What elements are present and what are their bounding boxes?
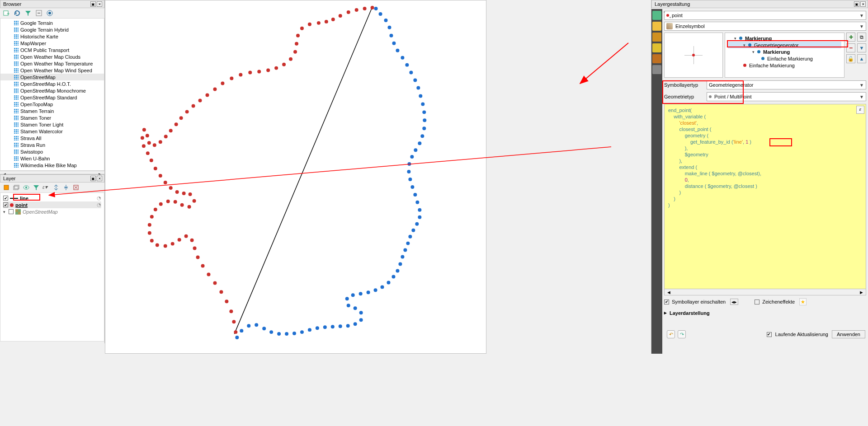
browser-item[interactable]: Wien U-Bahn bbox=[0, 155, 104, 162]
move-up-button[interactable]: ▲ bbox=[857, 54, 866, 63]
duplicate-button[interactable]: ⧉ bbox=[857, 33, 866, 42]
browser-item[interactable]: Open Weather Map Wind Speed bbox=[0, 67, 104, 74]
svg-point-51 bbox=[150, 159, 153, 162]
svg-point-90 bbox=[262, 327, 266, 330]
layer-filter-icon[interactable] bbox=[33, 184, 40, 191]
browser-item[interactable]: Google Terrain Hybrid bbox=[0, 26, 104, 33]
symbology-tab-icon[interactable] bbox=[652, 11, 661, 20]
symlayer-type-combo[interactable]: Geometriegenerator ▼ bbox=[707, 80, 866, 89]
layer-row-point[interactable]: ✔ point ◔ bbox=[3, 201, 101, 208]
xyz-tile-icon bbox=[14, 136, 19, 140]
styling-close-button[interactable]: ✕ bbox=[860, 1, 866, 7]
add-icon[interactable]: + bbox=[3, 9, 10, 17]
browser-close-button[interactable]: ✕ bbox=[97, 1, 102, 7]
layer-row-osm[interactable]: ▾ OpenStreetMap bbox=[3, 208, 101, 215]
browser-item[interactable]: Historische Karte bbox=[0, 33, 104, 40]
checkbox-icon[interactable] bbox=[9, 209, 14, 214]
point-symbol-icon bbox=[10, 203, 14, 207]
diagrams-tab-icon[interactable] bbox=[652, 54, 661, 63]
layer-remove-icon[interactable] bbox=[72, 184, 80, 191]
expand-icon[interactable]: ▾ bbox=[3, 210, 7, 214]
browser-item[interactable]: OpenTopoMap bbox=[0, 101, 104, 108]
effects-button[interactable]: ★ bbox=[799, 298, 807, 305]
browser-item[interactable]: Stamen Watercolor bbox=[0, 128, 104, 135]
checkbox-icon[interactable]: ✔ bbox=[3, 196, 8, 201]
tree-row-simple[interactable]: Einfache Markierung bbox=[728, 55, 841, 62]
filter-icon[interactable] bbox=[24, 9, 32, 17]
collapse-icon[interactable] bbox=[35, 9, 42, 17]
browser-item[interactable]: OpenStreetMap Standard bbox=[0, 94, 104, 101]
layer-row-line[interactable]: ✔ line ◔ bbox=[3, 195, 101, 201]
layers-tree[interactable]: ✔ line ◔ ✔ point ◔ ▾ OpenStreetMap bbox=[0, 192, 104, 342]
svg-point-108 bbox=[351, 293, 355, 297]
browser-item[interactable]: Wikimedia Hike Bike Map bbox=[0, 162, 104, 169]
browser-item[interactable]: Google Terrain bbox=[0, 19, 104, 26]
lock-symbol-button[interactable]: 🔓 bbox=[846, 54, 855, 63]
map-canvas[interactable] bbox=[105, 0, 486, 354]
symlayer-type-value: Geometriegenerator bbox=[709, 82, 753, 88]
redo-button[interactable]: ↷ bbox=[678, 330, 686, 338]
expression-builder-button[interactable]: ε bbox=[856, 106, 864, 114]
draw-effects-checkbox[interactable] bbox=[755, 300, 760, 304]
history-tab-icon[interactable] bbox=[652, 65, 661, 74]
svg-point-142 bbox=[409, 71, 413, 75]
layer-select-combo[interactable]: point ▼ bbox=[664, 11, 866, 20]
browser-item[interactable]: OpenStreetMap H.O.T. bbox=[0, 80, 104, 87]
browser-item[interactable]: Swisstopo bbox=[0, 148, 104, 155]
browser-item[interactable]: OCM Public Transport bbox=[0, 47, 104, 53]
svg-point-143 bbox=[405, 63, 409, 67]
refresh-icon[interactable] bbox=[14, 9, 21, 17]
expression-editor[interactable]: end_point( with_variable ( 'closest', cl… bbox=[664, 104, 866, 289]
layer-rendering-section[interactable]: ▸ Layerdarstellung bbox=[664, 310, 866, 316]
renderer-combo[interactable]: Einzelsymbol ▼ bbox=[664, 22, 866, 31]
checkbox-icon[interactable]: ✔ bbox=[3, 202, 8, 207]
tree-row-simple2[interactable]: Einfache Markierung bbox=[728, 62, 841, 69]
svg-point-129 bbox=[407, 170, 410, 173]
enable-override-button[interactable]: ◂▸ bbox=[730, 299, 738, 305]
layer-expand-icon[interactable] bbox=[52, 184, 60, 191]
symbol-layer-tree[interactable]: ▾Markierung ▾Geometriegenerator ▾Markier… bbox=[725, 33, 844, 78]
browser-item[interactable]: OpenStreetMap Monochrome bbox=[0, 87, 104, 94]
masks-tab-icon[interactable] bbox=[652, 33, 661, 42]
labels-tab-icon[interactable] bbox=[652, 22, 661, 31]
layer-add-group-icon[interactable] bbox=[13, 184, 20, 191]
live-update-checkbox[interactable]: ✔ bbox=[767, 332, 772, 337]
tree-row-marker[interactable]: ▾Markierung bbox=[728, 35, 841, 42]
add-symbol-button[interactable]: ✚ bbox=[846, 33, 855, 42]
remove-symbol-button[interactable]: ━ bbox=[846, 43, 855, 52]
layer-style-icon[interactable] bbox=[3, 184, 10, 191]
enable-symbol-checkbox[interactable]: ✔ bbox=[664, 300, 669, 304]
move-down-button[interactable]: ▼ bbox=[857, 43, 866, 52]
browser-item[interactable]: Stamen Toner Light bbox=[0, 121, 104, 128]
layer-visibility-icon[interactable] bbox=[23, 184, 30, 191]
svg-point-59 bbox=[193, 199, 196, 203]
properties-icon[interactable] bbox=[46, 9, 53, 17]
layer-expr-icon[interactable]: ε▾ bbox=[42, 184, 50, 191]
browser-item[interactable]: Strava All bbox=[0, 135, 104, 141]
browser-item[interactable]: Open Weather Map Clouds bbox=[0, 53, 104, 60]
layers-panel: Layer ▣ ✕ ε▾ ✔ line ◔ ✔ bbox=[0, 174, 104, 343]
browser-tree[interactable]: Google TerrainGoogle Terrain HybridHisto… bbox=[0, 18, 104, 171]
browser-item[interactable]: Open Weather Map Temperature bbox=[0, 60, 104, 67]
browser-item[interactable]: Stamen Terrain bbox=[0, 108, 104, 114]
layers-undock-button[interactable]: ▣ bbox=[90, 176, 96, 181]
layer-collapse-icon[interactable] bbox=[62, 184, 70, 191]
geometry-type-combo[interactable]: Point / MultiPoint ▼ bbox=[707, 92, 866, 101]
styling-undock-button[interactable]: ▣ bbox=[854, 1, 859, 7]
browser-item[interactable]: OpenStreetMap bbox=[0, 74, 104, 80]
draw-effects-label: Zeicheneffekte bbox=[762, 299, 795, 304]
browser-undock-button[interactable]: ▣ bbox=[90, 1, 96, 7]
browser-item[interactable]: MapWarper bbox=[0, 40, 104, 47]
undo-button[interactable]: ↶ bbox=[667, 330, 675, 338]
browser-item[interactable]: Strava Run bbox=[0, 141, 104, 148]
expression-hscroll[interactable]: ◄► bbox=[664, 289, 866, 295]
geometry-type-row: Geometrietyp Point / MultiPoint ▼ bbox=[664, 92, 866, 101]
tree-row-marker2[interactable]: ▾Markierung bbox=[728, 48, 841, 55]
line-symbol-icon bbox=[10, 198, 18, 199]
browser-item[interactable]: Stamen Toner bbox=[0, 114, 104, 121]
tree-row-geomgen[interactable]: ▾Geometriegenerator bbox=[728, 42, 841, 48]
layers-close-button[interactable]: ✕ bbox=[97, 176, 102, 181]
svg-point-113 bbox=[387, 281, 390, 284]
3d-tab-icon[interactable] bbox=[652, 43, 661, 52]
apply-button[interactable]: Anwenden bbox=[832, 330, 865, 338]
